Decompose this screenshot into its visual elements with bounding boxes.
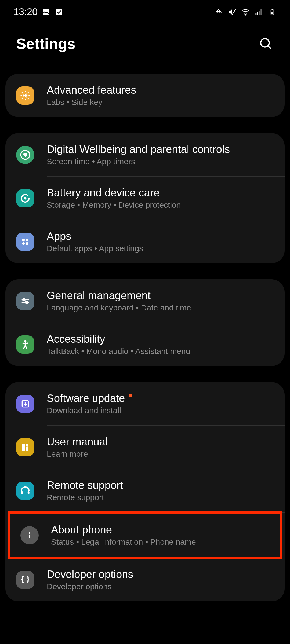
header: Settings — [0, 24, 290, 74]
row-title: Digital Wellbeing and parental controls — [47, 143, 274, 155]
svg-line-12 — [268, 46, 271, 49]
svg-rect-7 — [260, 9, 262, 15]
svg-point-11 — [261, 38, 269, 47]
signal-icon — [255, 8, 263, 16]
svg-rect-10 — [271, 12, 273, 14]
row-accessibility[interactable]: Accessibility TalkBack • Mono audio • As… — [5, 323, 285, 366]
row-content: Developer options Developer options — [47, 568, 274, 591]
status-left: 13:20 — [13, 6, 63, 18]
row-subtitle: Status • Legal information • Phone name — [51, 537, 270, 547]
row-content: Digital Wellbeing and parental controls … — [47, 143, 274, 166]
svg-rect-5 — [257, 12, 258, 15]
picture-icon — [42, 8, 50, 16]
svg-rect-17 — [23, 95, 27, 96]
heart-circle-icon — [16, 146, 34, 164]
book-icon: ? — [16, 438, 34, 456]
download-box-icon — [16, 395, 34, 413]
row-software-update[interactable]: Software update Download and install — [5, 382, 285, 425]
svg-point-27 — [26, 301, 28, 303]
row-content: General management Language and keyboard… — [47, 290, 274, 312]
svg-point-25 — [23, 298, 25, 301]
svg-point-19 — [24, 197, 27, 199]
row-content: Accessibility TalkBack • Mono audio • As… — [47, 333, 274, 356]
search-button[interactable] — [258, 36, 274, 52]
row-content: Battery and device care Storage • Memory… — [47, 187, 274, 210]
svg-point-3 — [245, 14, 246, 15]
svg-rect-36 — [29, 534, 30, 538]
mute-icon — [228, 8, 236, 16]
settings-group-2: Digital Wellbeing and parental controls … — [5, 133, 285, 263]
row-title: User manual — [47, 436, 274, 448]
battery-icon — [268, 8, 277, 16]
row-content: About phone Status • Legal information •… — [51, 524, 270, 547]
row-apps[interactable]: Apps Default apps • App settings — [5, 220, 285, 263]
row-content: User manual Learn more — [47, 436, 274, 459]
row-title: Advanced features — [47, 84, 274, 96]
headset-icon — [16, 482, 34, 500]
row-remote-support[interactable]: Remote support Remote support — [5, 469, 285, 512]
status-right — [214, 8, 277, 16]
settings-group-4: Software update Download and install ? U… — [5, 382, 285, 601]
row-general-management[interactable]: General management Language and keyboard… — [5, 279, 285, 323]
svg-point-35 — [29, 532, 30, 534]
grid-4-icon — [16, 233, 34, 251]
svg-line-2 — [232, 9, 235, 15]
settings-group-1: Advanced features Labs • Side key — [5, 74, 285, 117]
row-title: About phone — [51, 524, 270, 536]
svg-rect-34 — [28, 491, 30, 494]
wifi-icon — [241, 8, 250, 16]
status-bar: 13:20 — [0, 0, 290, 24]
row-subtitle: Default apps • App settings — [47, 244, 274, 253]
svg-rect-9 — [272, 9, 273, 10]
row-subtitle: Learn more — [47, 449, 274, 459]
row-title: Apps — [47, 230, 274, 242]
svg-point-21 — [26, 239, 28, 241]
update-badge-dot — [129, 394, 132, 397]
info-icon — [20, 526, 39, 544]
row-title: Developer options — [47, 568, 274, 580]
row-title: Remote support — [47, 479, 274, 491]
status-time: 13:20 — [13, 6, 38, 18]
row-title: General management — [47, 290, 274, 302]
recycle-icon — [214, 8, 223, 16]
svg-text:?: ? — [26, 445, 28, 449]
person-icon — [16, 335, 34, 354]
row-about-phone[interactable]: About phone Status • Legal information •… — [10, 514, 280, 557]
row-subtitle: Language and keyboard • Date and time — [47, 303, 274, 312]
gear-plus-icon — [16, 86, 34, 105]
checkbox-icon — [55, 8, 63, 16]
page-title: Settings — [16, 35, 75, 52]
row-user-manual[interactable]: ? User manual Learn more — [5, 426, 285, 469]
row-subtitle: Storage • Memory • Device protection — [47, 200, 274, 210]
row-content: Software update Download and install — [47, 392, 274, 415]
svg-point-23 — [26, 242, 28, 245]
refresh-icon — [16, 189, 34, 207]
row-title: Accessibility — [47, 333, 274, 345]
highlight-about-phone: About phone Status • Legal information •… — [8, 511, 282, 559]
row-digital-wellbeing[interactable]: Digital Wellbeing and parental controls … — [5, 133, 285, 176]
row-subtitle: Download and install — [47, 406, 274, 415]
row-content: Remote support Remote support — [47, 479, 274, 502]
row-subtitle: TalkBack • Mono audio • Assistant menu — [47, 347, 274, 356]
braces-icon — [16, 571, 34, 589]
sliders-icon — [16, 292, 34, 310]
row-title: Battery and device care — [47, 187, 274, 199]
svg-point-20 — [22, 239, 25, 241]
svg-rect-4 — [256, 13, 257, 15]
svg-rect-33 — [21, 491, 23, 494]
row-subtitle: Screen time • App timers — [47, 157, 274, 166]
row-subtitle: Developer options — [47, 582, 274, 591]
svg-rect-6 — [259, 11, 260, 15]
row-content: Apps Default apps • App settings — [47, 230, 274, 253]
svg-point-22 — [22, 242, 25, 245]
row-advanced-features[interactable]: Advanced features Labs • Side key — [5, 74, 285, 117]
row-developer-options[interactable]: Developer options Developer options — [5, 558, 285, 601]
svg-rect-30 — [22, 444, 25, 451]
settings-group-3: General management Language and keyboard… — [5, 279, 285, 366]
row-subtitle: Remote support — [47, 493, 274, 502]
row-title: Software update — [47, 392, 274, 404]
row-battery-device-care[interactable]: Battery and device care Storage • Memory… — [5, 177, 285, 220]
row-subtitle: Labs • Side key — [47, 98, 274, 107]
row-content: Advanced features Labs • Side key — [47, 84, 274, 107]
